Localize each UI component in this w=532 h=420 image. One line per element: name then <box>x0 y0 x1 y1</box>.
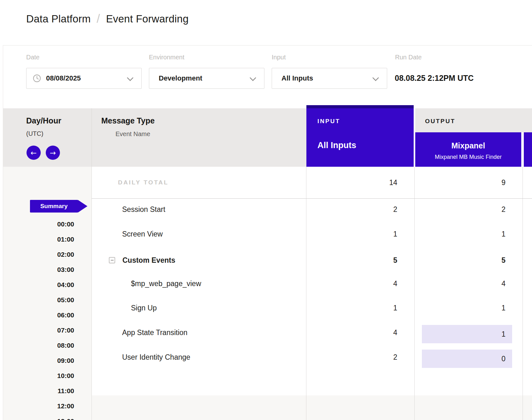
date-filter-label: Date <box>26 53 39 61</box>
hour-label-05-00[interactable]: 05:00 <box>57 296 74 304</box>
output-highlight-cell-app-state-transition[interactable]: 1 <box>422 325 512 343</box>
day-hour-column-subtitle: (UTC) <box>26 130 43 137</box>
hour-label-00-00[interactable]: 00:00 <box>57 220 74 228</box>
event-forwarding-page: Data Platform / Event Forwarding Date En… <box>0 0 532 420</box>
hour-label-11-00[interactable]: 11:00 <box>57 387 74 395</box>
output-count-daily-total: 9 <box>415 178 505 187</box>
row-label-app-state-transition: App State Transition <box>122 328 187 337</box>
collapse-icon[interactable] <box>109 257 115 263</box>
output-column-header-mixpanel[interactable]: Mixpanel Mixpanel MB Music Finder <box>415 132 521 167</box>
message-type-column-subtitle: Event Name <box>115 130 150 138</box>
input-count-screen-view: 1 <box>306 229 397 239</box>
hour-label-01-00[interactable]: 01:00 <box>57 235 74 243</box>
summary-row-badge[interactable]: Summary <box>30 200 78 213</box>
chevron-down-icon <box>127 75 133 81</box>
next-day-button[interactable]: → <box>46 146 60 160</box>
input-count-custom-events: 5 <box>306 255 397 265</box>
output-highlight-cell-user-identity-change[interactable]: 0 <box>422 350 512 368</box>
input-column-selected-strip <box>306 105 414 108</box>
output-column-subtitle: Mixpanel MB Music Finder <box>415 153 521 160</box>
output-count-custom-events: 5 <box>415 255 505 265</box>
hour-label-12-00[interactable]: 12:00 <box>57 402 74 410</box>
output-count-session-start: 2 <box>415 205 505 214</box>
input-count-session-start: 2 <box>306 205 397 214</box>
input-count-daily-total: 14 <box>306 178 397 187</box>
run-date-value: 08.08.25 2:12PM UTC <box>395 74 474 83</box>
run-date-label: Run Date <box>395 53 422 61</box>
input-count-sign-up: 1 <box>306 303 397 313</box>
chevron-down-icon <box>250 75 256 81</box>
previous-day-button[interactable]: ← <box>27 146 41 160</box>
hour-label-10-00[interactable]: 10:00 <box>57 372 74 380</box>
output-count-user-identity-change: 0 <box>422 350 512 368</box>
input-count-user-identity-change: 2 <box>306 352 397 362</box>
output-column-title: Mixpanel <box>415 141 521 150</box>
row-label-session-start: Session Start <box>122 205 165 214</box>
day-hour-column-title: Day/Hour <box>26 116 61 125</box>
column-border <box>523 167 523 420</box>
arrow-right-icon: → <box>50 149 56 157</box>
column-border <box>92 108 92 167</box>
hour-label-13-00[interactable]: 13:00 <box>57 417 74 420</box>
input-count-mp-web-page-view: 4 <box>306 279 397 288</box>
input-section-label: INPUT <box>317 118 340 125</box>
column-gap <box>521 132 524 167</box>
input-dropdown-value: All Inputs <box>281 68 313 88</box>
date-dropdown-value: 08/08/2025 <box>46 68 81 88</box>
breadcrumb-section-data-platform[interactable]: Data Platform <box>26 13 91 25</box>
row-label-daily-total: DAILY TOTAL <box>118 179 168 186</box>
breadcrumb-separator: / <box>97 12 100 26</box>
date-dropdown[interactable]: 08/08/2025 <box>26 68 142 89</box>
environment-dropdown[interactable]: Development <box>149 68 264 89</box>
row-label-sign-up: Sign Up <box>131 303 157 313</box>
arrow-left-icon: ← <box>31 149 37 157</box>
daily-total-row-border <box>92 198 532 199</box>
row-label-custom-events: Custom Events <box>122 255 175 265</box>
column-border <box>414 167 415 420</box>
environment-filter-label: Environment <box>149 53 184 61</box>
hour-label-06-00[interactable]: 06:00 <box>57 311 74 319</box>
column-border <box>92 167 92 420</box>
output-section-label: OUTPUT <box>425 118 455 125</box>
output-count-sign-up: 1 <box>415 303 505 313</box>
breadcrumb-current-event-forwarding: Event Forwarding <box>106 13 189 25</box>
summary-badge-pointer-icon <box>78 200 87 213</box>
input-dropdown[interactable]: All Inputs <box>272 68 387 89</box>
hour-label-04-00[interactable]: 04:00 <box>57 281 74 289</box>
input-filter-label: Input <box>272 53 286 61</box>
row-label-user-identity-change: User Identity Change <box>122 352 190 362</box>
input-column-header[interactable]: INPUT All Inputs <box>306 105 414 167</box>
hour-label-09-00[interactable]: 09:00 <box>57 357 74 365</box>
output-count-app-state-transition: 1 <box>422 325 512 343</box>
message-type-column-title: Message Type <box>101 116 155 125</box>
clock-icon <box>33 74 41 83</box>
breadcrumb: Data Platform / Event Forwarding <box>26 12 189 26</box>
hour-label-03-00[interactable]: 03:00 <box>57 266 74 274</box>
header-divider <box>3 45 532 45</box>
environment-dropdown-value: Development <box>159 68 202 88</box>
hour-label-08-00[interactable]: 08:00 <box>57 341 74 350</box>
row-label-mp-web-page-view: $mp_web_page_view <box>131 279 201 288</box>
hour-label-02-00[interactable]: 02:00 <box>57 250 74 259</box>
hour-label-07-00[interactable]: 07:00 <box>57 326 74 334</box>
chevron-down-icon <box>372 75 379 81</box>
output-count-mp-web-page-view: 4 <box>415 279 505 288</box>
table-footer-area <box>92 395 532 420</box>
output-column-header-partial[interactable] <box>524 132 532 167</box>
output-count-screen-view: 1 <box>415 229 505 239</box>
row-label-screen-view: Screen View <box>122 229 163 239</box>
input-count-app-state-transition: 4 <box>306 328 397 337</box>
input-column-title: All Inputs <box>317 141 356 150</box>
